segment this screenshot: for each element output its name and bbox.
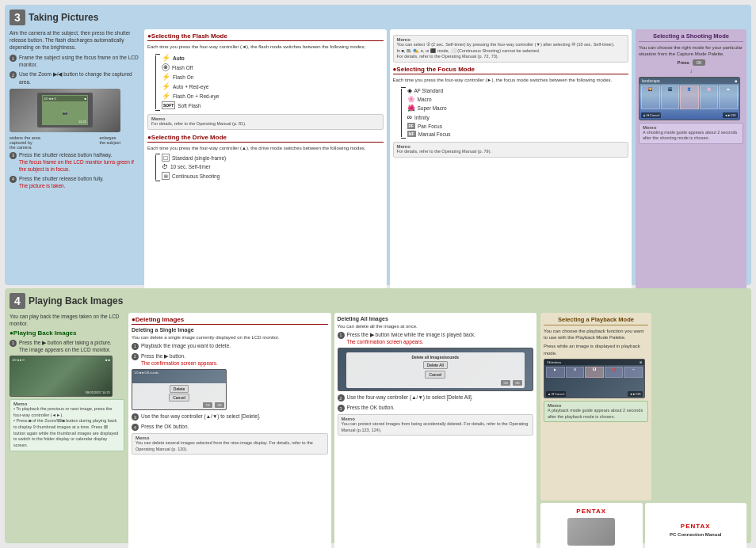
focus-super-macro-label: Super Macro xyxy=(418,105,447,111)
playback-mode-panel: Selecting a Playback Mode You can choose… xyxy=(540,313,651,500)
delete-title: ●Deleting Images xyxy=(132,316,328,325)
pm-text1: You can choose the playback function you… xyxy=(544,328,648,341)
step-3: 3 Press the shutter release button halfw… xyxy=(10,151,140,173)
delete-ok-btn[interactable]: OK xyxy=(203,402,212,408)
cancel-btn[interactable]: Cancel xyxy=(169,394,189,401)
arrow-down-icon: ↓ xyxy=(689,67,693,74)
delete-all-panel: Deleting All Images You can delete all t… xyxy=(334,313,537,548)
camera-label-right: enlargesthe subject xyxy=(99,135,120,150)
shooting-memo: Memo A shooting mode guide appears about… xyxy=(639,123,743,144)
delete-all-step-1-red: The confirmation screen appears. xyxy=(347,339,424,344)
delete-dialog: Delete Cancel OK OK xyxy=(132,383,226,409)
delete-all-dialog: Delete all Images/sounds Delete All Canc… xyxy=(346,352,525,388)
drive-continuous-label: Continuous Shooting xyxy=(172,173,220,179)
delete-step-num-2: 2 xyxy=(132,353,139,360)
playback-step-1: 1 Press the ▶ button after taking a pict… xyxy=(10,339,124,353)
shooting-memo-text: A shooting mode guide appears about 2 se… xyxy=(643,130,739,142)
flash-mode-subtitle: Each time you press the four-way control… xyxy=(147,44,384,50)
playback-memo-bullet1: • To playback the previous or next image… xyxy=(13,406,120,418)
focus-af-label: AF Standard xyxy=(414,88,444,93)
flash-memo: Memo For details, refer to the Operating… xyxy=(147,114,384,130)
section-top-inner: Aim the camera at the subject, then pres… xyxy=(10,29,746,300)
manual-card-operating: PENTAX Optio M40 Operating Manual xyxy=(540,503,643,548)
step-4: 4 Press the shutter release button fully… xyxy=(10,175,140,189)
pm-ok-btn[interactable]: ◄►/OK xyxy=(628,391,643,397)
delete-all-ok-btn2[interactable]: OK xyxy=(513,380,522,386)
focus-bottom-memo: Memo For details, refer to the Operating… xyxy=(393,142,629,158)
delete-all-cancel-btn[interactable]: Cancel xyxy=(425,371,445,379)
drive-selftimer-label: 10 sec. Self-timer xyxy=(170,164,211,169)
flash-redeye: ⚡ Auto + Red-eye xyxy=(162,82,219,90)
pm-cancel-btn[interactable]: ▲/▼Cancel xyxy=(546,391,566,397)
pm-text2: Press while an image is displayed in pla… xyxy=(544,343,648,356)
playback-intro: You can play back the images taken on th… xyxy=(10,313,124,327)
delete-step-text-3: Use the four-way controller (▲/▼) to sel… xyxy=(141,413,261,420)
delete-step-2: 2 Press the ▶ button. The confirmation s… xyxy=(132,352,328,367)
section-title-playing: Playing Back Images xyxy=(29,295,123,306)
pm-screen-inner: Slideshow ⊞ ▶ ⊞ 🎞 ⭕ ✂ ▲/▼Ca xyxy=(544,360,644,398)
playback-title: ●Playing Back Images xyxy=(10,329,124,337)
focus-memo-text3: For details, refer to the Operating Manu… xyxy=(397,54,625,60)
delete-all-step-text-1: Press the ▶ button twice while the image… xyxy=(347,331,476,345)
delete-all-subtitle: Deleting All Images xyxy=(338,316,534,322)
focus-bottom-memo-text: For details, refer to the Operating Manu… xyxy=(397,149,625,155)
delete-all-screen: Delete all Images/sounds Delete All Canc… xyxy=(338,348,534,391)
step-num-3: 3 xyxy=(10,152,17,159)
section-playing-back: 4 Playing Back Images You can play back … xyxy=(5,288,751,543)
preview-ok-btn[interactable]: ◄►/OK xyxy=(723,112,738,118)
focus-macro: 🌸 Macro xyxy=(407,96,451,103)
focus-mode-title: ●Selecting the Focus Mode xyxy=(393,66,629,74)
pm-screen-top: Slideshow ⊞ xyxy=(544,360,644,365)
manual-title-2: PC Connection Manual xyxy=(670,531,721,538)
drive-standard-label: Standard (single-frame) xyxy=(172,155,226,161)
camera-label: widens the areacaptured bythe camera enl… xyxy=(10,135,120,150)
delete-btn[interactable]: Delete xyxy=(170,385,189,393)
playback-screen: 1/0◄►0 ■ ■ 08/01/2007 14:25 xyxy=(10,356,113,397)
flash-auto-label: Auto xyxy=(173,55,185,61)
delete-single-text: You can delete a single image currently … xyxy=(132,334,328,341)
playback-step-num-1: 1 xyxy=(10,340,17,347)
playback-hud: 1/0◄►0 ■ ■ xyxy=(12,358,110,362)
focus-infinity: ∞ Infinity xyxy=(407,113,451,121)
flash-auto: ⚡ Auto xyxy=(162,54,219,62)
delete-step-text-4: Press the OK button. xyxy=(141,423,189,430)
manual-logo-2: PENTAX xyxy=(681,523,711,530)
flash-on-redeye: ⚡ Flash On + Red-eye xyxy=(162,92,219,100)
delete-all-step-2: 2 Use the four-way controller (▲/▼) to s… xyxy=(338,394,534,401)
delete-step-3: 3 Use the four-way controller (▲/▼) to s… xyxy=(132,413,328,421)
pm-memo: Memo A playback mode guide appears about… xyxy=(544,401,648,422)
intro-text: Aim the camera at the subject, then pres… xyxy=(10,29,140,51)
flash-on-redeye-label: Flash On + Red-eye xyxy=(173,93,219,99)
pm-grid: ▶ ⊞ 🎞 ⭕ ✂ xyxy=(544,365,644,379)
manual-card-pc: PENTAX PC Connection Manual xyxy=(645,503,747,548)
focus-manual-label: Manual Focus xyxy=(418,131,451,137)
section-title-taking: Taking Pictures xyxy=(29,12,98,23)
playback-screen-img: 1/0◄►0 ■ ■ 08/01/2007 14:25 xyxy=(10,356,112,396)
focus-memo-text2: In ■, ⊠, 🎭, ♦, or ⬛ mode, ⬜ (Continuous … xyxy=(397,48,625,55)
focus-memo-text1: You can select ② (2 sec. Self-timer) by … xyxy=(397,42,625,48)
delete-all-step-3: 3 Press the OK button. xyxy=(338,404,534,412)
step-2: 2 Use the Zoom ▶/◀ button to change the … xyxy=(10,70,140,85)
delete-all-btn[interactable]: Delete All xyxy=(423,361,448,369)
delete-step-4: 4 Press the OK button. xyxy=(132,423,328,431)
right-side-panels: Selecting a Playback Mode You can choose… xyxy=(540,313,746,548)
flash-off-label: Flash Off xyxy=(172,65,193,70)
preview-cancel-btn[interactable]: ▲/▼Cancel xyxy=(641,112,661,118)
section-taking-pictures: 3 Taking Pictures Aim the camera at the … xyxy=(5,5,751,285)
drive-mode-title: ●Selecting the Drive Mode xyxy=(147,134,384,143)
focus-pan-label: Pan Focus xyxy=(418,124,442,129)
flash-mode-title: ●Selecting the Flash Mode xyxy=(147,32,384,41)
flash-on-label: Flash On xyxy=(173,74,193,80)
delete-all-memo: Memo You can protect stored Images from … xyxy=(338,414,534,436)
drive-standard: □ Standard (single-frame) xyxy=(162,154,226,162)
section-header-playing: 4 Playing Back Images xyxy=(10,293,746,309)
flash-mode-panel: ●Selecting the Flash Mode Each time you … xyxy=(144,29,387,300)
delete-all-step-num-3: 3 xyxy=(338,405,345,412)
playback-left-panel: You can play back the images taken on th… xyxy=(10,313,124,548)
manual-logo-1: PENTAX xyxy=(576,508,606,515)
flash-on: ⚡ Flash On xyxy=(162,73,219,81)
delete-all-ok-btn[interactable]: OK xyxy=(501,380,510,386)
section-header-taking: 3 Taking Pictures xyxy=(10,10,746,25)
delete-ok-btn2[interactable]: OK xyxy=(215,402,224,408)
delete-all-step-text-2: Use the four-way controller (▲/▼) to sel… xyxy=(347,394,473,401)
